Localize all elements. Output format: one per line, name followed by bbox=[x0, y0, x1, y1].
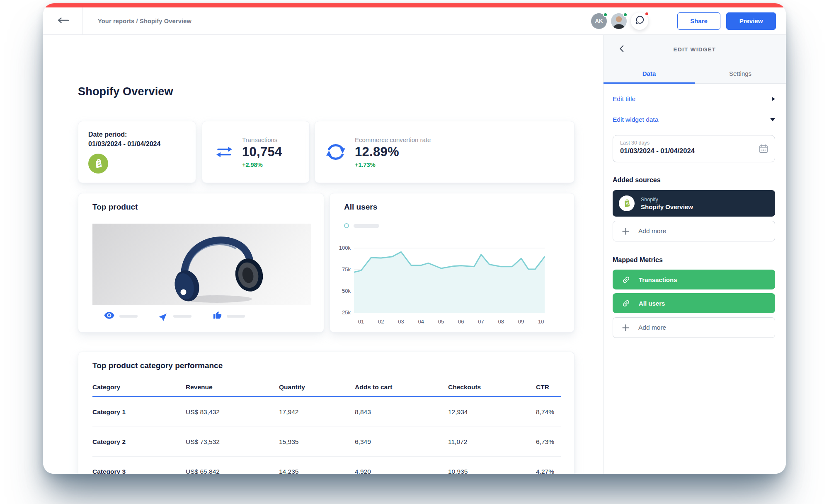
legend-skeleton bbox=[354, 224, 379, 228]
edit-title-link[interactable]: Edit title bbox=[613, 95, 635, 103]
edit-widget-data-link[interactable]: Edit widget data bbox=[613, 116, 658, 123]
edit-title-row[interactable]: Edit title bbox=[613, 95, 775, 103]
app-window: Your reports / Shopify Overview AK bbox=[43, 3, 786, 474]
metric-label: Transactions bbox=[639, 276, 677, 283]
source-report-name: Shopify Overview bbox=[641, 203, 693, 210]
conversion-card[interactable]: Ecommerce convertion rate 12.89% +1.73% bbox=[315, 121, 574, 183]
table-cell-ctr: 6,73% bbox=[536, 438, 561, 446]
date-period-label: Date period: bbox=[88, 130, 186, 139]
table-cell-adds_to_cart: 6,349 bbox=[355, 438, 448, 446]
all-users-chart: 100k75k50k25k 01020304050607080910 bbox=[354, 245, 545, 314]
product-image bbox=[92, 224, 311, 305]
transactions-delta: +2.98% bbox=[242, 162, 282, 168]
avatar-ak[interactable]: AK bbox=[591, 13, 607, 29]
add-source-button[interactable]: Add more bbox=[613, 221, 775, 241]
y-tick-label: 50k bbox=[342, 288, 351, 294]
x-tick-label: 08 bbox=[498, 318, 504, 325]
topbar-actions: AK Share Preview bbox=[591, 12, 776, 30]
topbar: Your reports / Shopify Overview AK bbox=[43, 7, 786, 35]
breadcrumb[interactable]: Your reports / Shopify Overview bbox=[98, 18, 191, 24]
table-cell-checkouts: 10,935 bbox=[448, 468, 536, 474]
edit-widget-panel: EDIT WIDGET Data Settings Edit title Edi… bbox=[603, 35, 786, 474]
table-row: Category 3US$ 65,84214,2354,92010,9354,2… bbox=[92, 457, 561, 474]
conversion-label: Ecommerce convertion rate bbox=[355, 136, 431, 143]
metric-all-users[interactable]: All users bbox=[613, 293, 775, 313]
table-row: Category 1US$ 83,43217,9428,84312,9348,7… bbox=[92, 397, 561, 427]
area-chart-svg bbox=[354, 245, 545, 314]
share-button[interactable]: Share bbox=[677, 12, 720, 30]
back-button[interactable] bbox=[43, 7, 83, 34]
skeleton-pill bbox=[173, 315, 191, 318]
preview-button[interactable]: Preview bbox=[726, 12, 776, 30]
add-more-label: Add more bbox=[638, 324, 666, 331]
date-period-card[interactable]: Date period: 01/03/2024 - 01/04/2024 S bbox=[78, 121, 196, 183]
column-header: Adds to cart bbox=[355, 383, 448, 391]
x-tick-label: 10 bbox=[538, 318, 544, 325]
transactions-card[interactable]: Transactions 10,754 +2.98% bbox=[202, 121, 310, 183]
alert-bar bbox=[43, 3, 786, 7]
all-users-card[interactable]: All users 100k75k50k25k 0102030405060708… bbox=[330, 193, 574, 333]
panel-body: Edit title Edit widget data Last 30 days… bbox=[604, 84, 786, 338]
eye-icon bbox=[104, 312, 114, 321]
category-table-body: Category 1US$ 83,43217,9428,84312,9348,7… bbox=[92, 397, 561, 474]
x-tick-label: 05 bbox=[438, 318, 444, 325]
x-tick-label: 01 bbox=[358, 318, 364, 325]
chevron-down-icon bbox=[770, 118, 775, 121]
shopify-logo-icon: S bbox=[88, 154, 108, 174]
edit-widget-data-row[interactable]: Edit widget data bbox=[613, 116, 775, 123]
table-cell-adds_to_cart: 4,920 bbox=[355, 468, 448, 474]
metric-transactions[interactable]: Transactions bbox=[613, 270, 775, 289]
date-range-field[interactable]: Last 30 days 01/03/2024 - 01/04/2024 bbox=[613, 135, 775, 162]
chat-button[interactable] bbox=[631, 12, 648, 30]
online-dot bbox=[603, 12, 608, 17]
tab-settings[interactable]: Settings bbox=[695, 64, 786, 83]
x-axis-labels: 01020304050607080910 bbox=[354, 318, 545, 326]
conversion-delta: +1.73% bbox=[355, 162, 431, 168]
table-cell-checkouts: 11,072 bbox=[448, 438, 536, 446]
table-cell-category: Category 3 bbox=[92, 468, 186, 474]
table-cell-category: Category 2 bbox=[92, 438, 186, 446]
plus-icon bbox=[622, 324, 630, 332]
x-tick-label: 07 bbox=[478, 318, 484, 325]
online-dot bbox=[623, 12, 628, 17]
category-table: CategoryRevenueQuantityAdds to cartCheck… bbox=[92, 382, 561, 474]
transactions-arrows-icon bbox=[216, 146, 233, 158]
panel-tabs: Data Settings bbox=[604, 64, 786, 84]
column-header: Checkouts bbox=[448, 383, 536, 391]
avatar-photo[interactable] bbox=[611, 13, 627, 29]
source-app-name: Shopify bbox=[641, 197, 693, 203]
tab-data[interactable]: Data bbox=[604, 64, 695, 83]
link-icon bbox=[620, 297, 633, 309]
y-tick-label: 75k bbox=[342, 266, 351, 273]
x-tick-label: 06 bbox=[458, 318, 464, 325]
table-cell-ctr: 8,74% bbox=[536, 408, 561, 416]
thumbs-up-icon bbox=[213, 311, 222, 321]
transactions-value: 10,754 bbox=[242, 145, 282, 159]
all-users-title: All users bbox=[344, 203, 377, 212]
add-more-label: Add more bbox=[638, 227, 666, 235]
chat-bubble-icon bbox=[635, 15, 645, 27]
date-range-value: 01/03/2024 - 01/04/2024 bbox=[620, 147, 754, 155]
mapped-metrics-label: Mapped Metrics bbox=[613, 256, 775, 264]
avatar-initials: AK bbox=[595, 18, 603, 24]
panel-collapse-button[interactable] bbox=[619, 35, 624, 64]
notification-dot bbox=[645, 12, 649, 16]
transactions-label: Transactions bbox=[242, 136, 282, 143]
source-card-shopify[interactable]: S Shopify Shopify Overview bbox=[613, 190, 775, 217]
category-table-card[interactable]: Top product category performance Categor… bbox=[78, 352, 574, 474]
add-metric-button[interactable]: Add more bbox=[613, 317, 775, 338]
table-cell-ctr: 4,27% bbox=[536, 468, 561, 474]
table-cell-quantity: 14,235 bbox=[279, 468, 355, 474]
y-tick-label: 25k bbox=[342, 309, 351, 316]
column-header: Revenue bbox=[186, 383, 279, 391]
added-sources-label: Added sources bbox=[613, 176, 775, 184]
link-icon bbox=[620, 273, 633, 286]
panel-title: EDIT WIDGET bbox=[674, 46, 716, 53]
legend-ring-icon bbox=[344, 223, 349, 228]
report-canvas: Shopify Overview Date period: 01/03/2024… bbox=[43, 35, 603, 474]
table-row: Category 2US$ 73,53215,9356,34911,0726,7… bbox=[92, 427, 561, 457]
table-header-row: CategoryRevenueQuantityAdds to cartCheck… bbox=[92, 382, 561, 393]
top-product-title: Top product bbox=[92, 203, 138, 212]
views-stat bbox=[104, 312, 138, 321]
top-product-card[interactable]: Top product bbox=[78, 193, 324, 333]
